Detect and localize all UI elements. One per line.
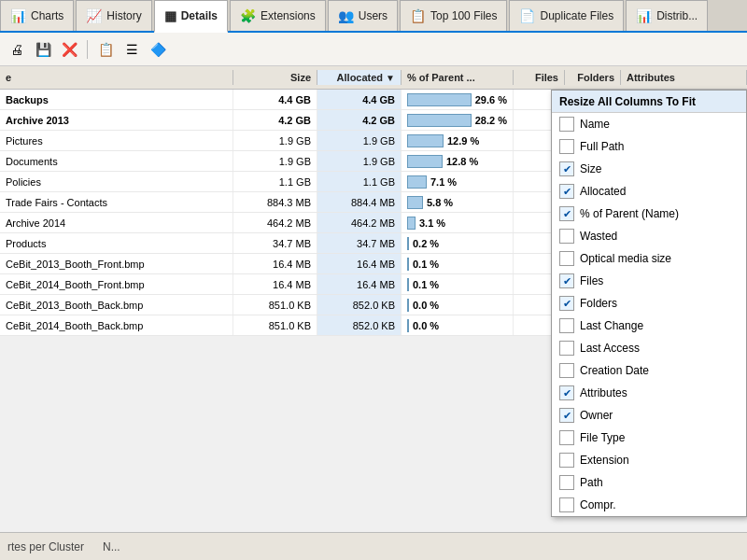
tab-details[interactable]: ▦Details xyxy=(154,0,228,33)
menu-resize-columns[interactable]: Resize All Columns To Fit xyxy=(552,91,746,113)
menu-item-full-path[interactable]: Full Path xyxy=(552,135,746,158)
cell-size: 4.2 GB xyxy=(233,110,317,130)
menu-checkbox: ✔ xyxy=(559,408,574,423)
menu-item-files[interactable]: ✔Files xyxy=(552,270,746,292)
cell-allocated: 34.7 MB xyxy=(317,233,402,253)
menu-checkbox: ✔ xyxy=(559,273,574,288)
cell-name: Backups xyxy=(0,90,233,109)
cell-size: 1.1 GB xyxy=(233,172,317,191)
cell-allocated: 1.1 GB xyxy=(317,172,402,191)
col-header-size[interactable]: Size xyxy=(233,70,317,85)
menu-item-last-access[interactable]: Last Access xyxy=(552,337,746,359)
tab-duplicates[interactable]: 📄Duplicate Files xyxy=(509,0,624,31)
menu-item-optical-media-size[interactable]: Optical media size xyxy=(552,247,746,270)
menu-item-allocated[interactable]: ✔Allocated xyxy=(552,180,746,203)
toolbar: 🖨💾❌📋☰🔷 xyxy=(0,33,747,66)
cell-name: Policies xyxy=(0,172,233,191)
col-header-attributes[interactable]: Attributes xyxy=(621,70,747,85)
menu-item-creation-date[interactable]: Creation Date xyxy=(552,359,746,382)
tab-top100[interactable]: 📋Top 100 Files xyxy=(400,0,507,31)
menu-checkbox xyxy=(559,117,574,132)
toolbar-btn-0[interactable]: 🖨 xyxy=(6,38,28,61)
duplicates-icon: 📄 xyxy=(519,8,535,23)
col-header-allocated[interactable]: Allocated ▼ xyxy=(317,70,402,85)
menu-item-attributes[interactable]: ✔Attributes xyxy=(552,382,746,404)
cell-allocated: 4.4 GB xyxy=(317,90,402,109)
cell-allocated: 16.4 MB xyxy=(317,274,402,294)
cell-allocated: 464.2 MB xyxy=(317,213,402,232)
tab-charts[interactable]: 📊Charts xyxy=(0,0,74,31)
menu-item-path[interactable]: Path xyxy=(552,471,746,494)
menu-item-label: Folders xyxy=(580,297,739,310)
menu-item-size[interactable]: ✔Size xyxy=(552,158,746,180)
cell-pct: 0.1 % xyxy=(402,274,514,294)
toolbar-btn-5[interactable]: 🔷 xyxy=(147,38,169,61)
table-header: e Size Allocated ▼ % of Parent ... Files… xyxy=(0,66,747,90)
cell-name: CeBit_2013_Booth_Front.bmp xyxy=(0,254,233,273)
menu-checkbox xyxy=(559,430,574,445)
cell-pct: 0.2 % xyxy=(402,233,514,253)
menu-item-extension[interactable]: Extension xyxy=(552,449,746,471)
cell-pct: 12.9 % xyxy=(402,131,514,150)
cell-allocated: 16.4 MB xyxy=(317,254,402,273)
column-dropdown-menu[interactable]: Resize All Columns To FitNameFull Path✔S… xyxy=(551,90,747,517)
distrib-icon: 📊 xyxy=(636,8,652,23)
cell-size: 851.0 KB xyxy=(233,315,317,335)
menu-item-owner[interactable]: ✔Owner xyxy=(552,404,746,427)
toolbar-btn-3[interactable]: 📋 xyxy=(94,38,117,61)
cell-allocated: 1.9 GB xyxy=(317,151,402,171)
menu-item-label: Extension xyxy=(580,454,739,467)
tab-extensions[interactable]: 🧩Extensions xyxy=(230,0,326,31)
menu-checkbox: ✔ xyxy=(559,385,574,400)
menu-item-label: Full Path xyxy=(580,140,739,153)
cell-size: 851.0 KB xyxy=(233,295,317,315)
tab-distrib[interactable]: 📊Distrib... xyxy=(626,0,708,31)
toolbar-btn-2[interactable]: ❌ xyxy=(58,38,80,61)
col-header-files[interactable]: Files xyxy=(514,70,565,85)
charts-icon: 📊 xyxy=(10,8,26,23)
cell-size: 1.9 GB xyxy=(233,131,317,150)
col-header-folders[interactable]: Folders xyxy=(565,70,621,85)
status-bar: rtes per Cluster N... xyxy=(0,532,747,560)
cell-pct: 0.0 % xyxy=(402,315,514,335)
cell-name: Archive 2013 xyxy=(0,110,233,130)
menu-item-name[interactable]: Name xyxy=(552,113,746,135)
menu-item-last-change[interactable]: Last Change xyxy=(552,315,746,337)
cell-pct: 7.1 % xyxy=(402,172,514,191)
cell-name: Products xyxy=(0,233,233,253)
cell-pct: 0.1 % xyxy=(402,254,514,273)
tab-history[interactable]: 📈History xyxy=(76,0,151,31)
menu-item-label: Creation Date xyxy=(580,364,739,377)
cell-size: 884.3 MB xyxy=(233,192,317,212)
status-left: rtes per Cluster xyxy=(7,540,84,553)
extensions-icon: 🧩 xyxy=(240,8,256,23)
cell-size: 16.4 MB xyxy=(233,254,317,273)
menu-item-file-type[interactable]: File Type xyxy=(552,427,746,449)
cell-name: CeBit_2014_Booth_Back.bmp xyxy=(0,315,233,335)
menu-item-wasted[interactable]: Wasted xyxy=(552,225,746,247)
menu-checkbox xyxy=(559,318,574,333)
menu-item-label: Path xyxy=(580,476,739,489)
menu-item-compr.[interactable]: Compr. xyxy=(552,494,746,516)
col-header-name[interactable]: e xyxy=(0,70,233,85)
menu-item-label: Last Change xyxy=(580,319,739,332)
cell-allocated: 4.2 GB xyxy=(317,110,402,130)
col-header-pct[interactable]: % of Parent ... xyxy=(402,70,514,85)
status-right: N... xyxy=(103,540,120,553)
cell-pct: 12.8 % xyxy=(402,151,514,171)
menu-item-label: Name xyxy=(580,118,739,131)
menu-checkbox xyxy=(559,229,574,244)
tab-users[interactable]: 👥Users xyxy=(328,0,398,31)
menu-item-label: Allocated xyxy=(580,185,739,198)
menu-checkbox xyxy=(559,475,574,490)
menu-item-%-of-parent-(name)[interactable]: ✔% of Parent (Name) xyxy=(552,203,746,225)
cell-size: 34.7 MB xyxy=(233,233,317,253)
toolbar-btn-4[interactable]: ☰ xyxy=(120,38,143,61)
toolbar-btn-1[interactable]: 💾 xyxy=(32,38,54,61)
menu-item-folders[interactable]: ✔Folders xyxy=(552,292,746,315)
menu-item-label: Compr. xyxy=(580,498,739,511)
menu-checkbox: ✔ xyxy=(559,161,574,176)
menu-item-label: Last Access xyxy=(580,342,739,355)
cell-name: Pictures xyxy=(0,131,233,150)
menu-checkbox: ✔ xyxy=(559,206,574,221)
